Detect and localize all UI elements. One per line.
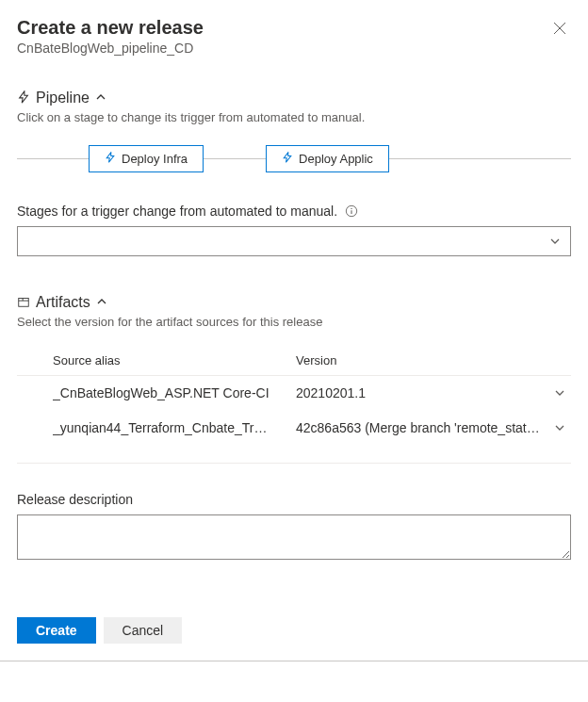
pipeline-section-label: Pipeline	[36, 90, 90, 106]
close-icon	[552, 21, 567, 36]
close-button[interactable]	[548, 17, 571, 40]
chevron-down-icon	[554, 422, 565, 433]
svg-rect-2	[19, 298, 29, 306]
lightning-icon	[282, 152, 293, 166]
artifacts-instruction: Select the version for the artifact sour…	[17, 315, 571, 329]
artifact-alias: _yunqian44_Terraform_Cnbate_Tr…	[53, 420, 296, 435]
artifact-version: 20210201.1	[296, 385, 548, 400]
artifacts-section-label: Artifacts	[36, 294, 90, 311]
release-description-input[interactable]	[17, 514, 571, 560]
chevron-down-icon	[549, 236, 561, 247]
svg-point-1	[351, 208, 351, 209]
table-row: _yunqian44_Terraform_Cnbate_Tr… 42c86a56…	[17, 411, 571, 446]
trigger-stages-label: Stages for a trigger change from automat…	[17, 204, 337, 219]
dialog-title: Create a new release	[17, 17, 204, 39]
table-row: _CnBateBlogWeb_ASP.NET Core-CI 20210201.…	[17, 376, 571, 411]
expand-row-button[interactable]	[548, 387, 571, 399]
lightning-icon	[17, 90, 30, 106]
artifact-alias: _CnBateBlogWeb_ASP.NET Core-CI	[53, 385, 296, 400]
expand-row-button[interactable]	[548, 422, 571, 433]
table-divider	[17, 463, 571, 464]
pipeline-section-toggle[interactable]: Pipeline	[17, 90, 571, 106]
stage-deploy-application[interactable]: Deploy Applic	[266, 145, 389, 172]
description-label: Release description	[17, 492, 133, 507]
artifacts-table-header: Source alias Version	[17, 346, 571, 376]
pipeline-instruction: Click on a stage to change its trigger f…	[17, 110, 571, 124]
artifacts-section-toggle[interactable]: Artifacts	[17, 294, 571, 311]
chevron-down-icon	[554, 387, 565, 399]
info-icon[interactable]	[345, 204, 358, 218]
column-header-version: Version	[296, 353, 571, 367]
lightning-icon	[105, 152, 116, 166]
dialog-subtitle: CnBateBlogWeb_pipeline_CD	[17, 41, 204, 56]
column-header-alias: Source alias	[53, 353, 296, 367]
stage-deploy-infra[interactable]: Deploy Infra	[89, 145, 204, 172]
chevron-up-icon	[96, 295, 107, 310]
create-button[interactable]: Create	[17, 617, 96, 644]
cancel-button[interactable]: Cancel	[104, 617, 183, 644]
pipeline-stages-row: Deploy Infra Deploy Applic	[17, 141, 571, 175]
chevron-up-icon	[95, 90, 106, 106]
artifact-version: 42c86a563 (Merge branch 'remote_stats' …	[296, 420, 548, 435]
package-icon	[17, 295, 30, 311]
stage-label: Deploy Applic	[299, 152, 373, 166]
trigger-stages-dropdown[interactable]	[17, 226, 571, 256]
stage-label: Deploy Infra	[122, 152, 188, 166]
